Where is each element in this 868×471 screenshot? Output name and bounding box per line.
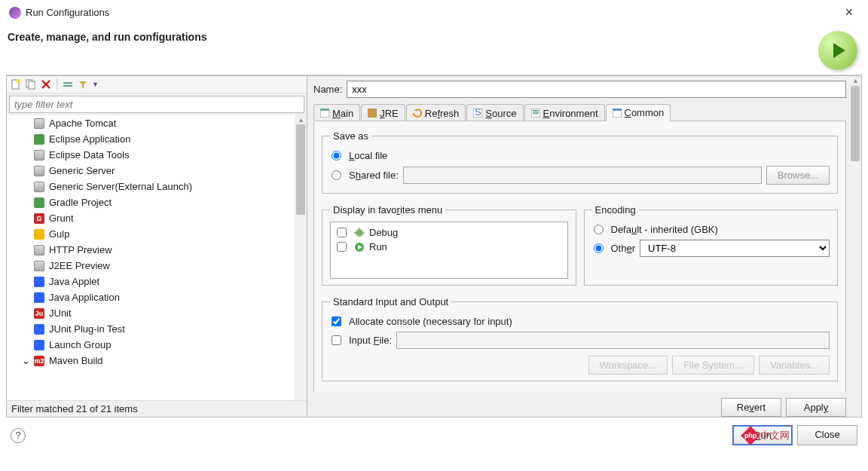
svg-point-18 — [356, 229, 363, 237]
config-type-icon — [34, 182, 44, 192]
tree-item[interactable]: Apache Tomcat — [7, 115, 293, 131]
shared-file-input — [403, 167, 762, 184]
save-as-legend: Save as — [330, 130, 371, 142]
chevron-down-icon[interactable]: ⌄ — [22, 355, 29, 366]
duplicate-icon[interactable] — [25, 78, 37, 90]
allocate-console-label: Allocate console (necessary for input) — [349, 316, 512, 327]
filter-input[interactable] — [9, 96, 304, 113]
name-input[interactable] — [347, 81, 846, 98]
shared-file-radio[interactable] — [332, 170, 341, 180]
tab-environment[interactable]: Environment — [524, 104, 605, 121]
tab-label: Refresh — [425, 108, 460, 119]
close-button[interactable]: Close — [797, 425, 857, 445]
tree-item-label: Java Application — [49, 292, 120, 303]
tree-item[interactable]: JuJUnit — [7, 305, 293, 321]
favorite-item-debug[interactable]: Debug — [334, 225, 564, 240]
encoding-group: Encoding Default - inherited (GBK) Other… — [584, 204, 839, 286]
tab-common[interactable]: Common — [606, 104, 671, 121]
tree-item[interactable]: GGrunt — [7, 210, 293, 226]
tab-jre[interactable]: JRE — [361, 104, 405, 121]
tree-item[interactable]: ⌄m2Maven Build — [7, 353, 293, 369]
tree-item[interactable]: Generic Server — [7, 163, 293, 179]
config-type-icon: m2 — [34, 356, 44, 366]
tree-item[interactable]: Eclipse Application — [7, 131, 293, 147]
revert-button[interactable]: Revert — [721, 398, 781, 417]
allocate-console-checkbox[interactable] — [332, 317, 341, 326]
tab-main[interactable]: Main — [313, 104, 360, 121]
run-button[interactable]: Run — [732, 425, 793, 445]
other-encoding-label: Other — [611, 243, 636, 254]
tab-label: Common — [625, 107, 665, 118]
window-title: Run Configurations — [26, 7, 109, 18]
tree-item-label: Apache Tomcat — [49, 118, 116, 129]
debug-checkbox[interactable] — [337, 228, 347, 237]
tree-item-label: Eclipse Application — [49, 133, 130, 145]
browse-button: Browse... — [766, 166, 830, 185]
tab-label: Environment — [543, 108, 598, 119]
tab-label: Main — [332, 108, 353, 119]
svg-rect-1 — [17, 79, 20, 83]
tab-bar: MainJRERefreshSSourceEnvironmentCommon — [313, 104, 846, 121]
tree-item[interactable]: J2EE Preview — [7, 258, 293, 274]
tab-icon — [413, 109, 422, 118]
tree-item-label: Grunt — [49, 213, 74, 224]
tree-item[interactable]: Eclipse Data Tools — [7, 147, 293, 163]
local-file-radio[interactable] — [332, 151, 341, 161]
tree-scrollbar[interactable]: ▴ — [295, 115, 307, 400]
tree-item-label: HTTP Preview — [49, 244, 112, 255]
config-type-icon — [34, 277, 44, 287]
tab-icon — [368, 109, 377, 118]
tree-item-label: Java Applet — [49, 276, 99, 287]
panel-scrollbar[interactable]: ▴ — [849, 76, 861, 417]
config-type-icon — [34, 197, 44, 208]
encoding-select[interactable]: UTF-8 — [640, 240, 830, 257]
apply-button[interactable]: Apply — [786, 398, 846, 417]
config-tree[interactable]: Apache TomcatEclipse ApplicationEclipse … — [7, 115, 307, 400]
tree-item[interactable]: Java Application — [7, 289, 293, 305]
default-encoding-label: Default - inherited (GBK) — [611, 224, 718, 235]
filter-dropdown-icon[interactable] — [77, 78, 89, 90]
svg-text:S: S — [475, 109, 481, 118]
name-label: Name: — [313, 84, 342, 95]
shared-file-label: Shared file: — [349, 170, 399, 181]
tab-refresh[interactable]: Refresh — [406, 104, 466, 121]
other-encoding-radio[interactable] — [594, 243, 604, 253]
svg-rect-6 — [63, 82, 72, 84]
default-encoding-radio[interactable] — [594, 225, 604, 234]
tab-source[interactable]: SSource — [466, 104, 523, 121]
svg-rect-14 — [533, 110, 539, 112]
input-file-checkbox[interactable] — [332, 335, 341, 345]
workspace-button: Workspace... — [588, 356, 668, 375]
save-as-group: Save as LLocal fileocal file Shared file… — [322, 130, 838, 194]
tab-icon: S — [473, 109, 482, 118]
svg-rect-9 — [320, 109, 329, 111]
dropdown-caret-icon[interactable]: ▼ — [92, 81, 99, 88]
tree-item-label: JUnit Plug-in Test — [49, 323, 125, 335]
tree-item[interactable]: Gulp — [7, 226, 293, 242]
tree-item[interactable]: HTTP Preview — [7, 242, 293, 258]
delete-icon[interactable] — [40, 78, 52, 90]
new-config-icon[interactable] — [10, 78, 22, 90]
tab-icon — [613, 109, 622, 118]
filesystem-button: File System... — [672, 356, 754, 375]
stdio-legend: Standard Input and Output — [330, 296, 451, 307]
tree-item[interactable]: JUnit Plug-in Test — [7, 321, 293, 337]
tree-item-label: Gradle Project — [49, 197, 112, 208]
tree-item[interactable]: Launch Group — [7, 337, 293, 353]
tree-item[interactable]: Java Applet — [7, 274, 293, 289]
config-type-icon — [34, 261, 44, 271]
favorite-item-run[interactable]: Run — [334, 240, 564, 254]
input-file-input — [396, 332, 830, 349]
run-checkbox[interactable] — [337, 242, 347, 252]
tree-item-label: Eclipse Data Tools — [49, 149, 130, 161]
help-icon[interactable]: ? — [11, 428, 26, 443]
tree-item[interactable]: Generic Server(External Launch) — [7, 179, 293, 194]
collapse-icon[interactable] — [62, 78, 74, 90]
filter-status: Filter matched 21 of 21 items — [7, 400, 307, 417]
run-label: Run — [369, 241, 387, 252]
tree-item[interactable]: Gradle Project — [7, 194, 293, 210]
close-icon[interactable]: × — [839, 5, 859, 20]
tab-label: Source — [485, 108, 516, 119]
svg-rect-7 — [63, 85, 72, 87]
config-type-icon: G — [34, 213, 44, 224]
